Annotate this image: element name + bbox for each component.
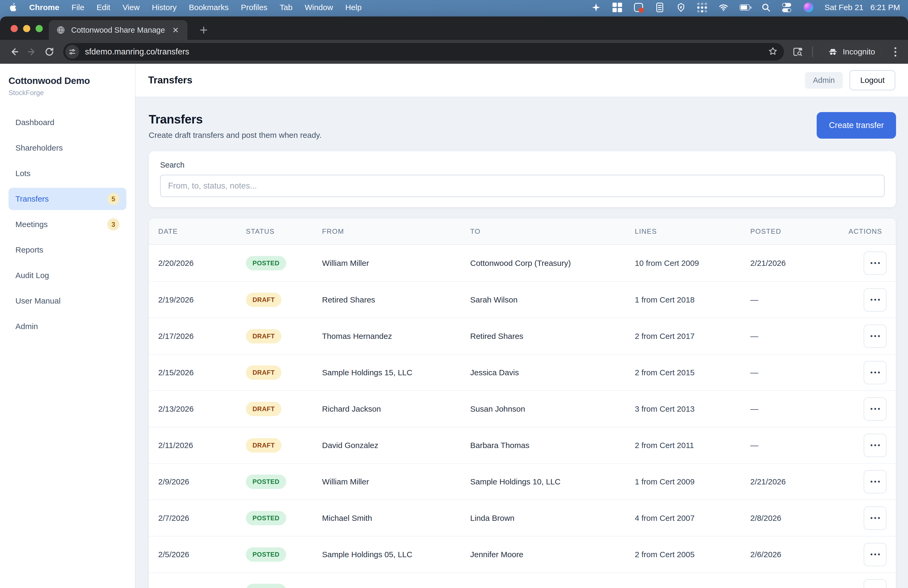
dots-grid-icon[interactable] — [697, 2, 707, 13]
transfer-to: Sample Holdings 10, LLC — [470, 477, 635, 486]
back-button[interactable] — [7, 44, 22, 59]
transfer-from: Sample Holdings 05, LLC — [322, 550, 470, 559]
status-badge: DRAFT — [246, 329, 282, 343]
screen-record-icon[interactable] — [633, 2, 644, 13]
siri-icon[interactable] — [803, 2, 813, 13]
menu-file[interactable]: File — [71, 3, 84, 12]
sidebar-item-label: Transfers — [15, 194, 49, 203]
status-badge: DRAFT — [246, 402, 282, 416]
menu-bookmarks[interactable]: Bookmarks — [189, 3, 229, 12]
search-input[interactable] — [160, 175, 885, 197]
row-actions-button[interactable] — [864, 470, 887, 493]
shortcuts-icon[interactable] — [676, 2, 686, 13]
sidebar-item-audit-log[interactable]: Audit Log — [8, 264, 126, 287]
tab-close-icon[interactable]: ✕ — [171, 26, 180, 35]
bookmark-star-icon[interactable] — [768, 47, 778, 57]
menu-view[interactable]: View — [122, 3, 139, 12]
menu-window[interactable]: Window — [305, 3, 333, 12]
transfer-status-cell: DRAFT — [246, 438, 322, 453]
transfer-date: 2/17/2026 — [158, 332, 246, 341]
site-settings-icon[interactable] — [65, 45, 79, 59]
transfer-lines: 3 from Cert 2013 — [635, 404, 750, 414]
sidebar-item-user-manual[interactable]: User Manual — [8, 290, 126, 312]
reload-button[interactable] — [42, 44, 57, 59]
transfer-status-cell: DRAFT — [246, 293, 322, 307]
sidebar-item-admin[interactable]: Admin — [8, 315, 126, 338]
transfer-to: Jessica Davis — [470, 368, 635, 377]
address-bar[interactable]: sfdemo.manring.co/transfers — [63, 43, 784, 61]
sidebar-item-reports[interactable]: Reports — [8, 239, 126, 261]
sidebar-item-dashboard[interactable]: Dashboard — [8, 111, 126, 134]
transfer-posted: 2/6/2026 — [750, 550, 848, 559]
table-row: 2/9/2026POSTEDWilliam MillerSample Holdi… — [149, 463, 896, 499]
row-actions-button[interactable] — [864, 543, 887, 566]
transfer-status-cell: POSTED — [246, 548, 322, 562]
transfer-actions-cell — [848, 579, 887, 588]
menu-history[interactable]: History — [152, 3, 177, 12]
search-side-panel-icon[interactable] — [790, 44, 805, 59]
browser-tab[interactable]: Cottonwood Share Manager ✕ — [49, 20, 187, 40]
browser-menu-icon[interactable] — [889, 47, 901, 56]
apple-menu-icon[interactable] — [8, 2, 17, 13]
battery-icon[interactable] — [740, 2, 750, 13]
minimize-window-button[interactable] — [23, 25, 30, 32]
transfer-status-cell: POSTED — [246, 584, 322, 588]
status-badge: POSTED — [246, 511, 286, 525]
forward-button[interactable] — [24, 44, 39, 59]
status-badge: POSTED — [246, 256, 286, 271]
create-transfer-button[interactable]: Create transfer — [817, 112, 896, 139]
status-badge: POSTED — [246, 475, 286, 489]
column-header-from: FROM — [322, 227, 470, 235]
row-actions-button[interactable] — [864, 361, 887, 384]
menu-chrome[interactable]: Chrome — [29, 3, 59, 12]
sidebar-item-shareholders[interactable]: Shareholders — [8, 137, 126, 159]
row-actions-button[interactable] — [864, 288, 887, 311]
menu-profiles[interactable]: Profiles — [241, 3, 267, 12]
menu-tab[interactable]: Tab — [280, 3, 292, 12]
transfer-lines: 2 from Cert 2015 — [635, 368, 750, 377]
transfer-to: Sarah Wilson — [470, 295, 635, 304]
logout-button[interactable]: Logout — [850, 70, 895, 90]
zoom-window-button[interactable] — [35, 25, 43, 32]
row-actions-button[interactable] — [864, 325, 887, 348]
row-actions-button[interactable] — [864, 579, 887, 588]
transfer-to: Cottonwood Corp (Treasury) — [470, 259, 635, 268]
page-subtitle: Create draft transfers and post them whe… — [149, 130, 322, 140]
close-window-button[interactable] — [11, 25, 18, 32]
transfer-lines: 2 from Cert 2011 — [635, 441, 750, 450]
transfer-date: 2/19/2026 — [158, 295, 246, 304]
transfer-lines: 1 from Cert 2018 — [635, 295, 750, 304]
sidebar-item-lots[interactable]: Lots — [8, 162, 126, 185]
transfer-to: Retired Shares — [470, 332, 635, 341]
sidebar-item-label: Dashboard — [15, 118, 55, 127]
sidebar-item-label: Admin — [15, 322, 38, 331]
row-actions-button[interactable] — [864, 434, 887, 457]
table-row: 2/7/2026POSTEDMichael SmithLinda Brown4 … — [149, 499, 896, 536]
sidebar-item-badge: 3 — [107, 218, 119, 230]
transfer-date: 2/5/2026 — [158, 550, 246, 559]
sidebar-item-label: Lots — [15, 169, 31, 178]
row-actions-button[interactable] — [864, 397, 887, 421]
transfer-lines: 10 from Cert 2009 — [635, 259, 750, 268]
row-actions-button[interactable] — [864, 251, 887, 275]
transfer-to: Linda Brown — [470, 514, 635, 523]
window-tiles-icon[interactable] — [612, 2, 622, 13]
transfer-date: 2/13/2026 — [158, 404, 246, 414]
new-tab-button[interactable]: + — [200, 20, 208, 40]
column-header-lines: LINES — [635, 227, 750, 235]
sidebar-item-meetings[interactable]: Meetings3 — [8, 213, 126, 235]
control-center-icon[interactable] — [782, 2, 792, 13]
sidebar-nav: DashboardShareholdersLotsTransfers5Meeti… — [8, 111, 126, 338]
wifi-icon[interactable] — [718, 2, 729, 13]
row-actions-button[interactable] — [864, 506, 887, 530]
transfer-to: Barbara Thomas — [470, 441, 635, 450]
table-row: POSTED — [149, 572, 896, 588]
sparkle-icon[interactable] — [591, 2, 601, 13]
menu-help[interactable]: Help — [345, 3, 362, 12]
spotlight-icon[interactable] — [761, 2, 771, 13]
menu-edit[interactable]: Edit — [97, 3, 110, 12]
sidebar-item-transfers[interactable]: Transfers5 — [8, 188, 126, 210]
menubar-items: ChromeFileEditViewHistoryBookmarksProfil… — [29, 3, 362, 12]
table-row: 2/11/2026DRAFTDavid GonzalezBarbara Thom… — [149, 427, 896, 463]
document-icon[interactable] — [655, 2, 665, 13]
